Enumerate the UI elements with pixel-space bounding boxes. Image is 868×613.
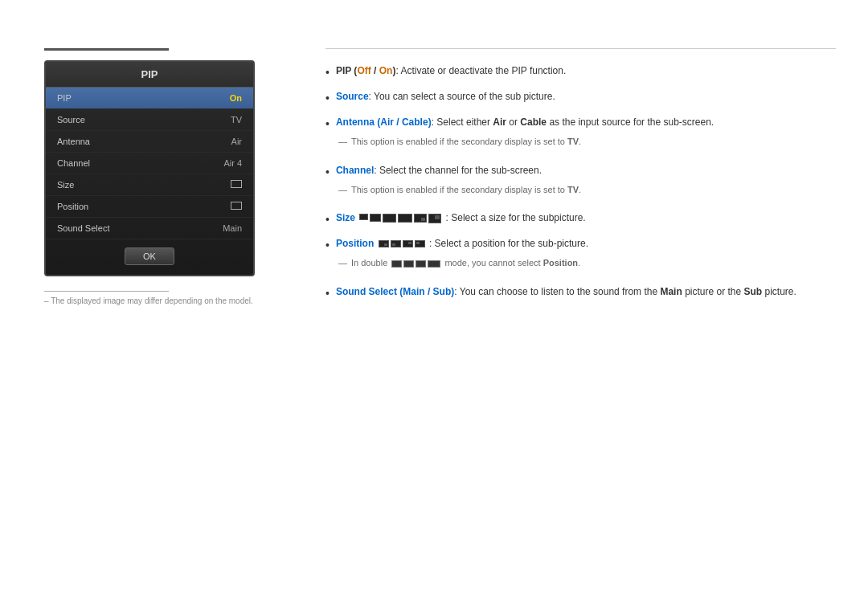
antenna-desc1: : Select either	[432, 116, 493, 128]
menu-item-sound-select[interactable]: Sound Select Main	[46, 218, 253, 239]
channel-label-blue: Channel	[336, 165, 374, 176]
bullet-source: • Source: You can select a source of the…	[326, 89, 836, 107]
bullet-dot-size: •	[326, 211, 330, 228]
tv-menu-title: PIP	[46, 62, 253, 88]
position-subnote: — In double mode, you cannot select Posi…	[338, 256, 580, 270]
section-divider-top	[44, 48, 169, 51]
position-label-blue: Position	[336, 238, 374, 249]
position-desc: : Select a position for the sub-picture.	[429, 238, 588, 249]
dbl-icon-3	[416, 260, 426, 268]
pip-label: PIP	[57, 93, 72, 103]
position-icons	[379, 240, 425, 247]
menu-item-source[interactable]: Source TV	[46, 109, 253, 131]
double-icons	[391, 260, 440, 268]
antenna-label: Antenna	[57, 137, 90, 146]
sound-desc2: picture or the	[682, 286, 744, 297]
antenna-air: Air	[493, 116, 506, 128]
bullet-dot-pip: •	[326, 64, 330, 81]
size-icon-value	[231, 180, 242, 190]
bullet-position: • Position : Select a position for the s…	[326, 236, 836, 276]
antenna-content: Antenna (Air / Cable): Select either Air…	[336, 115, 714, 129]
sound-main-bold: Main	[660, 286, 682, 297]
sound-main-blue: Main	[403, 286, 424, 297]
menu-item-antenna[interactable]: Antenna Air	[46, 131, 253, 153]
bullet-dot-source: •	[326, 90, 330, 107]
size-label: Size	[57, 180, 74, 190]
pip-off: Off	[357, 65, 371, 76]
menu-item-size[interactable]: Size	[46, 174, 253, 196]
dbl-icon-1	[391, 260, 402, 268]
pip-on: On	[379, 65, 393, 76]
bullet-dot-sound: •	[326, 285, 330, 302]
size-icon-6	[428, 214, 441, 223]
tv-menu: PIP PIP On Source TV Antenna Air Channel…	[44, 60, 255, 276]
bullet-size: • Size : Select a size for the subpictur…	[326, 210, 836, 228]
bullet-dot-antenna: •	[326, 116, 330, 133]
antenna-desc2: as the input source for the sub-screen.	[547, 116, 714, 128]
bullet-channel: • Channel: Select the channel for the su…	[326, 163, 836, 203]
left-column: PIP PIP On Source TV Antenna Air Channel…	[44, 48, 301, 310]
sound-select-value: Main	[223, 223, 242, 233]
sound-select-label: Sound Select	[57, 223, 109, 233]
position-content: Position : Select a position for the sub…	[336, 236, 588, 251]
size-icon-3	[383, 214, 396, 223]
sound-sub-blue: Sub	[433, 286, 452, 297]
ok-button[interactable]: OK	[125, 247, 174, 265]
bullet-antenna: • Antenna (Air / Cable): Select either A…	[326, 115, 836, 155]
size-icon-5	[414, 214, 427, 223]
bullet-sound-select: • Sound Select (Main / Sub): You can cho…	[326, 284, 836, 302]
antenna-value: Air	[231, 137, 242, 146]
position-icon	[231, 202, 242, 210]
ok-button-row: OK	[46, 239, 253, 275]
bullet-list: • PIP (Off / On): Activate or deactivate…	[326, 63, 836, 302]
source-value: TV	[231, 115, 242, 125]
menu-item-channel[interactable]: Channel Air 4	[46, 153, 253, 174]
size-icon-1	[359, 214, 368, 220]
channel-subnote: — This option is enabled if the secondar…	[338, 183, 581, 197]
pip-desc: : Activate or deactivate the PIP functio…	[395, 65, 566, 76]
footnote-text: – The displayed image may differ dependi…	[44, 296, 301, 305]
position-dash: —	[338, 256, 347, 270]
right-divider	[326, 48, 836, 49]
antenna-cable: Cable	[520, 116, 547, 128]
source-label: Source	[57, 115, 85, 125]
channel-value: Air 4	[223, 158, 242, 168]
dbl-icon-4	[428, 260, 440, 268]
pip-slash: /	[371, 65, 379, 76]
position-label: Position	[57, 202, 88, 211]
sound-sep: /	[425, 286, 433, 297]
antenna-sep: /	[394, 116, 402, 128]
size-icon-4	[398, 214, 412, 223]
antenna-label-blue: Antenna (	[336, 116, 380, 128]
channel-content: Channel: Select the channel for the sub-…	[336, 163, 542, 178]
bullet-pip: • PIP (Off / On): Activate or deactivate…	[326, 63, 836, 81]
antenna-dash: —	[338, 135, 347, 149]
channel-dash: —	[338, 183, 347, 197]
sound-select-label-blue: Sound Select (	[336, 286, 403, 297]
antenna-air-blue: Air	[380, 116, 394, 128]
pos-icon-4	[415, 240, 425, 247]
sound-select-content: Sound Select (Main / Sub): You can choos…	[336, 284, 836, 299]
position-subnote-text: In double mode, you cannot select Positi…	[351, 256, 580, 270]
source-desc: : You can select a source of the sub pic…	[369, 91, 555, 102]
menu-item-pip[interactable]: PIP On	[46, 88, 253, 109]
pos-icon-2	[391, 240, 401, 247]
source-content: Source: You can select a source of the s…	[336, 89, 836, 104]
size-desc: : Select a size for the subpicture.	[446, 212, 586, 223]
size-icon	[231, 180, 242, 188]
pos-icon-3	[403, 240, 413, 247]
pip-label-bold: PIP (	[336, 65, 357, 76]
antenna-or: or	[506, 116, 520, 128]
size-icon-2	[370, 214, 381, 222]
menu-item-position[interactable]: Position	[46, 196, 253, 218]
sound-sub-bold: Sub	[744, 286, 763, 297]
footnote-divider	[44, 291, 169, 292]
sound-desc1: : You can choose to listen to the sound …	[454, 286, 660, 297]
size-label-blue: Size	[336, 212, 355, 223]
bullet-dot-position: •	[326, 237, 330, 254]
antenna-subnote-text: This option is enabled if the secondary …	[351, 135, 581, 149]
size-content: Size : Select a size for the subpicture.	[336, 210, 836, 225]
pos-icon-1	[379, 240, 389, 247]
channel-subnote-text: This option is enabled if the secondary …	[351, 183, 581, 197]
sound-desc3: picture.	[762, 286, 796, 297]
